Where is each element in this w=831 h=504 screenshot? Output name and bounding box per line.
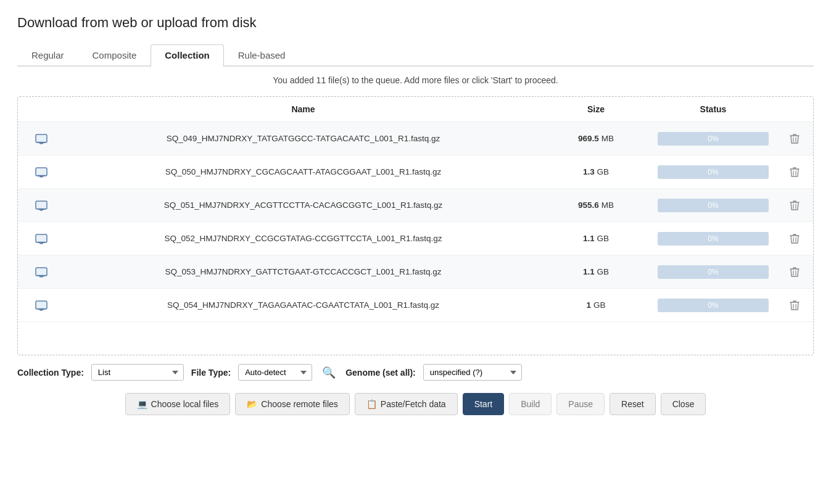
page-container: Download from web or upload from disk Re… [0, 0, 831, 504]
tab-regular[interactable]: Regular [17, 44, 78, 67]
tab-collection[interactable]: Collection [151, 44, 224, 67]
search-button[interactable]: 🔍 [320, 365, 338, 381]
collection-type-label: Collection Type: [17, 368, 84, 378]
file-icon [23, 265, 60, 279]
file-size: 1 GB [547, 300, 645, 310]
table-row: SQ_054_HMJ7NDRXY_TAGAGAATAC-CGAATCTATA_L… [18, 289, 813, 322]
file-size: 1.1 GB [547, 234, 645, 243]
file-table-container: Name Size Status SQ_049_HMJ7NDRXY_TATGAT… [17, 96, 814, 355]
progress-bar: 0% [658, 165, 769, 179]
build-button[interactable]: Build [509, 393, 552, 415]
svg-rect-21 [36, 241, 47, 242]
tabs-bar: Regular Composite Collection Rule-based [17, 44, 814, 67]
progress-bar: 0% [658, 132, 769, 146]
svg-rect-14 [39, 210, 43, 211]
file-size: 969.5 MB [547, 134, 645, 143]
svg-rect-32 [39, 310, 43, 311]
file-status: 0% [645, 299, 781, 312]
page-title: Download from web or upload from disk [17, 15, 814, 31]
col-icon [23, 104, 60, 114]
delete-button[interactable] [781, 266, 808, 278]
delete-button[interactable] [781, 233, 808, 244]
file-size: 1.1 GB [547, 267, 645, 276]
paste-fetch-button[interactable]: 📋 Paste/Fetch data [355, 393, 458, 415]
col-size: Size [547, 104, 645, 114]
table-row: SQ_053_HMJ7NDRXY_GATTCTGAAT-GTCCACCGCT_L… [18, 255, 813, 289]
svg-rect-15 [36, 208, 47, 209]
file-icon [23, 199, 60, 212]
file-name: SQ_051_HMJ7NDRXY_ACGTTCCTTA-CACAGCGGTC_L… [60, 200, 547, 210]
col-delete [781, 104, 808, 114]
reset-button[interactable]: Reset [610, 393, 656, 415]
delete-button[interactable] [781, 300, 808, 311]
svg-rect-3 [36, 141, 47, 143]
svg-rect-9 [36, 175, 47, 176]
table-header: Name Size Status [18, 97, 813, 122]
file-icon [23, 232, 60, 246]
svg-rect-33 [36, 308, 47, 309]
table-row: SQ_051_HMJ7NDRXY_ACGTTCCTTA-CACAGCGGTC_L… [18, 189, 813, 222]
file-icon [23, 165, 60, 179]
file-icon [23, 132, 60, 146]
svg-rect-27 [36, 275, 47, 276]
file-type-select[interactable]: Auto-detectfastqfastq.gzbamvcf [238, 364, 312, 381]
genome-label: Genome (set all): [345, 368, 416, 378]
collection-type-select[interactable]: ListPairedPaired or Unpaired [91, 364, 184, 381]
svg-rect-20 [39, 243, 43, 244]
delete-button[interactable] [781, 133, 808, 144]
progress-bar: 0% [658, 265, 769, 279]
table-row: SQ_052_HMJ7NDRXY_CCGCGTATAG-CCGGTTCCTA_L… [18, 222, 813, 255]
file-name: SQ_050_HMJ7NDRXY_CGCAGCAATT-ATAGCGGAAT_L… [60, 167, 547, 176]
file-status: 0% [645, 265, 781, 279]
file-name: SQ_052_HMJ7NDRXY_CCGCGTATAG-CCGGTTCCTA_L… [60, 234, 547, 243]
file-size: 1.3 GB [547, 167, 645, 176]
choose-remote-button[interactable]: 📂 Choose remote files [235, 393, 350, 415]
svg-rect-2 [39, 143, 43, 144]
tab-rule-based[interactable]: Rule-based [224, 44, 300, 67]
file-status: 0% [645, 132, 781, 146]
svg-rect-26 [39, 276, 43, 278]
file-icon [23, 299, 60, 312]
start-button[interactable]: Start [463, 393, 505, 415]
col-status: Status [645, 104, 781, 114]
action-buttons: 💻 Choose local files 📂 Choose remote fil… [17, 387, 814, 418]
file-name: SQ_053_HMJ7NDRXY_GATTCTGAAT-GTCCACCGCT_L… [60, 267, 547, 276]
tab-composite[interactable]: Composite [78, 44, 151, 67]
svg-rect-8 [39, 176, 43, 178]
laptop-icon: 💻 [137, 399, 147, 409]
folder-icon: 📂 [247, 399, 257, 409]
file-status: 0% [645, 232, 781, 246]
status-message: You added 11 file(s) to the queue. Add m… [17, 67, 814, 91]
table-row: SQ_050_HMJ7NDRXY_CGCAGCAATT-ATAGCGGAAT_L… [18, 155, 813, 189]
file-name: SQ_049_HMJ7NDRXY_TATGATGGCC-TATGACAATC_L… [60, 134, 547, 143]
file-name: SQ_054_HMJ7NDRXY_TAGAGAATAC-CGAATCTATA_L… [60, 300, 547, 310]
file-size: 955.6 MB [547, 200, 645, 210]
close-button[interactable]: Close [661, 393, 706, 415]
delete-button[interactable] [781, 167, 808, 178]
file-status: 0% [645, 165, 781, 179]
progress-bar: 0% [658, 199, 769, 212]
pause-button[interactable]: Pause [556, 393, 605, 415]
file-type-label: File Type: [191, 368, 231, 378]
progress-bar: 0% [658, 232, 769, 246]
genome-select[interactable]: unspecified (?)hg38hg19mm10mm9 [423, 364, 522, 381]
progress-bar: 0% [658, 299, 769, 312]
table-row: SQ_049_HMJ7NDRXY_TATGATGGCC-TATGACAATC_L… [18, 122, 813, 155]
col-name: Name [60, 104, 547, 114]
paste-icon: 📋 [366, 399, 377, 409]
bottom-controls: Collection Type: ListPairedPaired or Unp… [17, 355, 814, 387]
choose-local-button[interactable]: 💻 Choose local files [125, 393, 231, 415]
delete-button[interactable] [781, 200, 808, 211]
file-status: 0% [645, 199, 781, 212]
table-body: SQ_049_HMJ7NDRXY_TATGATGGCC-TATGACAATC_L… [18, 122, 813, 355]
